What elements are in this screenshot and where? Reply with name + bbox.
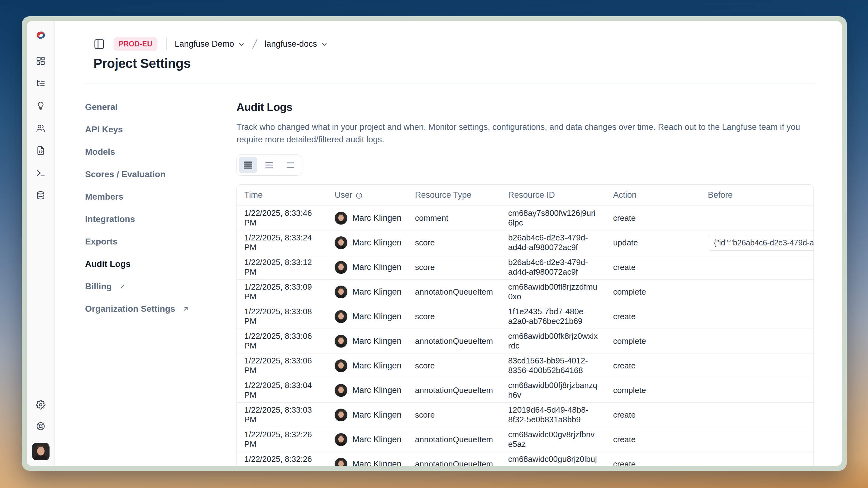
cell-resource-type: annotationQueueItem [407, 378, 501, 403]
column-header-resource-type[interactable]: Resource Type [407, 185, 501, 206]
settings-gear-icon[interactable] [36, 400, 45, 410]
settings-nav-item-scores-evaluation[interactable]: Scores / Evaluation [85, 168, 237, 181]
settings-nav-item-exports[interactable]: Exports [85, 235, 237, 248]
terminal-icon[interactable] [36, 168, 45, 178]
settings-nav-label: Integrations [85, 214, 135, 224]
user-name: Marc Klingen [352, 336, 402, 346]
table-row[interactable]: 1/22/2025, 8:32:26 PM Marc Klingen annot… [237, 427, 813, 452]
settings-nav-item-organization-settings[interactable]: Organization Settings [85, 303, 237, 315]
cell-time: 1/22/2025, 8:33:08 PM [237, 304, 327, 329]
user-name: Marc Klingen [352, 263, 402, 272]
table-row[interactable]: 1/22/2025, 8:33:12 PM Marc Klingen score… [237, 255, 813, 280]
main-content: PROD-EU Langfuse Demo langfuse-d [55, 21, 842, 466]
column-header-user[interactable]: User [327, 185, 407, 206]
life-buoy-icon[interactable] [36, 421, 45, 431]
user-avatar[interactable] [32, 443, 50, 460]
cell-resource-type: annotationQueueItem [407, 280, 501, 304]
table-row[interactable]: 1/22/2025, 8:33:46 PM Marc Klingen comme… [237, 206, 813, 230]
settings-nav-item-general[interactable]: General [85, 101, 237, 113]
external-link-icon [119, 283, 126, 290]
cell-resource-id: cm68awidb00fk8rjz0wxixrdc [501, 329, 606, 354]
org-name: Langfuse Demo [175, 39, 234, 49]
audit-log-table: Time User Resour [237, 185, 813, 466]
table-row[interactable]: 1/22/2025, 8:33:04 PM Marc Klingen annot… [237, 378, 813, 403]
table-row[interactable]: 1/22/2025, 8:33:24 PM Marc Klingen score… [237, 230, 813, 255]
settings-nav-item-integrations[interactable]: Integrations [85, 213, 237, 225]
settings-nav-label: Exports [85, 237, 118, 247]
dashboard-icon[interactable] [36, 56, 45, 66]
app-window: PROD-EU Langfuse Demo langfuse-d [22, 16, 847, 471]
cell-before [701, 206, 813, 230]
cell-time: 1/22/2025, 8:32:26 PM [237, 427, 327, 452]
settings-nav-item-members[interactable]: Members [85, 191, 237, 203]
database-icon[interactable] [36, 191, 45, 200]
settings-nav-label: Members [85, 192, 123, 202]
section-title: Audit Logs [237, 101, 814, 113]
before-json-box[interactable]: {"id":"b26ab4c6-d2e3-479d-a [708, 238, 813, 247]
table-row[interactable]: 1/22/2025, 8:33:08 PM Marc Klingen score… [237, 304, 813, 329]
page-header: PROD-EU Langfuse Demo langfuse-d [55, 21, 842, 72]
column-header-resource-id[interactable]: Resource ID [501, 185, 606, 206]
chevron-down-icon [238, 41, 245, 48]
lightbulb-icon[interactable] [36, 101, 45, 110]
settings-nav-label: General [85, 102, 118, 112]
environment-badge[interactable]: PROD-EU [114, 37, 157, 51]
column-header-action[interactable]: Action [606, 185, 701, 206]
org-switcher[interactable]: Langfuse Demo [175, 39, 246, 49]
table-row[interactable]: 1/22/2025, 8:32:26 PM Marc Klingen annot… [237, 452, 813, 466]
column-header-time[interactable]: Time [237, 185, 327, 206]
column-header-before[interactable]: Before [701, 185, 813, 206]
table-row[interactable]: 1/22/2025, 8:33:09 PM Marc Klingen annot… [237, 280, 813, 304]
cell-before [701, 378, 813, 403]
cell-time: 1/22/2025, 8:33:03 PM [237, 403, 327, 427]
cell-resource-id: b26ab4c6-d2e3-479d-ad4d-af980072ac9f [501, 255, 606, 280]
cell-user: Marc Klingen [327, 354, 407, 378]
cell-resource-type: annotationQueueItem [407, 452, 501, 466]
cell-before [701, 304, 813, 329]
table-row[interactable]: 1/22/2025, 8:33:06 PM Marc Klingen score… [237, 354, 813, 378]
user-name: Marc Klingen [352, 361, 402, 370]
file-code-icon[interactable] [36, 146, 45, 155]
cell-resource-id: 83cd1563-bb95-4012-8356-400b52b64168 [501, 354, 606, 378]
table-row[interactable]: 1/22/2025, 8:33:03 PM Marc Klingen score… [237, 403, 813, 427]
row-avatar [335, 212, 347, 225]
info-icon[interactable] [355, 192, 363, 199]
settings-nav-item-api-keys[interactable]: API Keys [85, 123, 237, 136]
settings-nav-item-audit-logs[interactable]: Audit Logs [85, 258, 237, 270]
settings-nav-item-models[interactable]: Models [85, 146, 237, 158]
cell-action: create [606, 304, 701, 329]
user-name: Marc Klingen [352, 213, 402, 223]
table-header-row: Time User Resour [237, 185, 813, 206]
trace-tree-icon[interactable] [36, 78, 45, 88]
cell-resource-type: annotationQueueItem [407, 427, 501, 452]
cell-user: Marc Klingen [327, 280, 407, 304]
settings-nav-label: Scores / Evaluation [85, 169, 165, 180]
cell-user: Marc Klingen [327, 304, 407, 329]
audit-logs-panel: Audit Logs Track who changed what in you… [237, 101, 814, 466]
row-avatar [335, 458, 347, 466]
users-icon[interactable] [36, 123, 45, 133]
row-avatar [335, 261, 347, 274]
row-height-small-icon[interactable] [239, 157, 257, 173]
row-height-medium-icon[interactable] [260, 157, 278, 173]
user-name: Marc Klingen [352, 410, 402, 420]
cell-time: 1/22/2025, 8:33:46 PM [237, 206, 327, 230]
row-avatar [335, 433, 347, 446]
cell-time: 1/22/2025, 8:32:26 PM [237, 452, 327, 466]
panel-left-icon[interactable] [93, 38, 105, 50]
cell-before [701, 329, 813, 354]
langfuse-logo-icon[interactable] [35, 29, 47, 41]
settings-nav-label: API Keys [85, 125, 123, 134]
row-height-large-icon[interactable] [281, 157, 300, 173]
cell-action: create [606, 354, 701, 378]
cell-before [701, 280, 813, 304]
project-switcher[interactable]: langfuse-docs [265, 39, 328, 49]
cell-action: create [606, 427, 701, 452]
section-description: Track who changed what in your project a… [237, 121, 813, 146]
cell-time: 1/22/2025, 8:33:06 PM [237, 329, 327, 354]
table-row[interactable]: 1/22/2025, 8:33:06 PM Marc Klingen annot… [237, 329, 813, 354]
cell-resource-type: score [407, 354, 501, 378]
row-avatar [335, 384, 347, 397]
settings-nav-item-billing[interactable]: Billing [85, 280, 237, 293]
audit-log-table-card: Time User Resour [237, 184, 814, 466]
